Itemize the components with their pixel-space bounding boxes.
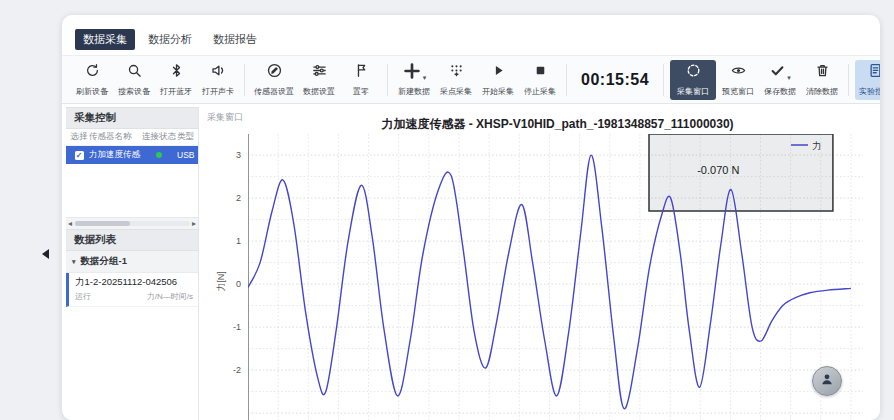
- collect-control-panel: 采集控制 选择传感器名称连接状态类型 ✓力加速度传感器USB ◂ ▸: [66, 107, 198, 229]
- toolbar-button-label: 新建数据: [398, 86, 430, 97]
- sensor-row[interactable]: ✓力加速度传感器USB: [66, 146, 198, 164]
- toolbar-button-label: 停止采集: [524, 86, 556, 97]
- sensor-table-body: ✓力加速度传感器USB: [66, 146, 198, 164]
- toolbar-divider: [663, 64, 664, 96]
- data-settings-button[interactable]: 数据设置: [299, 60, 339, 100]
- eye-icon: [730, 62, 747, 83]
- y-tick-label: 0: [215, 279, 241, 289]
- data-item-name: 力1-2-20251112-042506: [75, 276, 193, 289]
- column-header: 选择: [69, 131, 89, 143]
- toolbar-button-label: 数据设置: [303, 86, 335, 97]
- floating-assistant-button[interactable]: [812, 366, 842, 396]
- measurement-value: -0.070 N: [697, 164, 739, 176]
- stop-button[interactable]: 停止采集: [520, 60, 560, 100]
- point-sample-button[interactable]: 采点采集: [436, 60, 476, 100]
- toolbar-button-label: 刷新设备: [76, 86, 108, 97]
- data-list-tree: ▾数据分组-1力1-2-20251112-042506运行力/N—时间/s: [66, 251, 198, 307]
- play-button[interactable]: 开始采集: [478, 60, 518, 100]
- column-header: 类型: [177, 131, 195, 143]
- tab-3[interactable]: 数据报告: [205, 29, 265, 50]
- toolbar-button-label: 打开蓝牙: [160, 86, 192, 97]
- search-button[interactable]: 搜索设备: [114, 60, 154, 100]
- main-tabs: 数据采集数据分析数据报告: [75, 29, 265, 49]
- scrollbar-thumb[interactable]: [75, 221, 130, 226]
- collapse-panel-arrow[interactable]: [42, 249, 49, 259]
- sensor-type: USB: [177, 150, 195, 160]
- tab-2[interactable]: 数据分析: [140, 29, 200, 50]
- data-list-item[interactable]: 力1-2-20251112-042506运行力/N—时间/s: [66, 273, 198, 307]
- zero-icon: [353, 62, 370, 83]
- capture-window-icon: [685, 62, 702, 83]
- toolbar-divider: [244, 64, 245, 96]
- y-tick-label: 1: [215, 236, 241, 246]
- toolbar-button-label: 开始采集: [482, 86, 514, 97]
- scroll-right-icon[interactable]: ▸: [192, 220, 196, 228]
- eye-button[interactable]: 预览窗口: [718, 60, 758, 100]
- data-list-panel: 数据列表 ▾数据分组-1力1-2-20251112-042506运行力/N—时间…: [66, 229, 198, 307]
- data-item-axes: 力/N—时间/s: [147, 291, 193, 302]
- sensor-checkbox[interactable]: ✓: [75, 151, 84, 160]
- capture-window-button[interactable]: 采集窗口: [670, 60, 716, 100]
- plot[interactable]: -0.070 N力: [248, 134, 863, 420]
- toolbar: 刷新设备搜索设备打开蓝牙打开声卡传感器设置数据设置置零▾新建数据采点采集开始采集…: [62, 55, 880, 104]
- chart-area: 采集窗口 力加速度传感器 - XHSP-V10HID_path_-1981348…: [199, 107, 880, 420]
- toolbar-divider: [566, 64, 567, 96]
- collect-control-title: 采集控制: [66, 107, 198, 129]
- refresh-button[interactable]: 刷新设备: [72, 60, 112, 100]
- trash-icon: [814, 62, 831, 83]
- column-header: 传感器名称: [89, 131, 141, 143]
- toolbar-button-label: 打开声卡: [202, 86, 234, 97]
- sensor-settings-button[interactable]: 传感器设置: [251, 60, 297, 100]
- connection-status-dot: [156, 152, 162, 158]
- y-tick-label: -1: [215, 322, 241, 332]
- sensor-table-empty-area: [66, 164, 198, 217]
- horizontal-scrollbar[interactable]: ◂ ▸: [66, 217, 198, 229]
- dropdown-caret-icon[interactable]: ▾: [787, 74, 791, 81]
- search-icon: [126, 62, 143, 83]
- bluetooth-button[interactable]: 打开蓝牙: [156, 60, 196, 100]
- screen: 数据采集数据分析数据报告 刷新设备搜索设备打开蓝牙打开声卡传感器设置数据设置置零…: [0, 0, 894, 420]
- user-icon: [819, 371, 835, 391]
- bluetooth-icon: [168, 62, 185, 83]
- chart-title: 力加速度传感器 - XHSP-V10HID_path_-1981348857_1…: [259, 116, 856, 133]
- waveform-chart[interactable]: -0.070 N力: [248, 134, 863, 420]
- refresh-icon: [84, 62, 101, 83]
- y-tick-label: 3: [215, 150, 241, 160]
- plus-button[interactable]: ▾新建数据: [394, 60, 434, 100]
- toolbar-button-label: 采点采集: [440, 86, 472, 97]
- toolbar-button-label: 传感器设置: [254, 86, 294, 97]
- scrollbar-track[interactable]: [74, 221, 190, 226]
- scroll-left-icon[interactable]: ◂: [68, 220, 72, 228]
- app-window: 数据采集数据分析数据报告 刷新设备搜索设备打开蓝牙打开声卡传感器设置数据设置置零…: [62, 15, 880, 420]
- sensor-name: 力加速度传感器: [89, 149, 141, 161]
- toolbar-divider: [387, 64, 388, 96]
- toolbar-button-label: 置零: [353, 86, 369, 97]
- guide-icon: [867, 62, 880, 83]
- toolbar-button-label: 保存数据: [764, 86, 796, 97]
- toolbar-button-label: 采集窗口: [677, 86, 709, 97]
- capture-window-label: 采集窗口: [207, 111, 243, 124]
- y-tick-label: 2: [215, 193, 241, 203]
- sensor-table-header: 选择传感器名称连接状态类型: [66, 129, 198, 146]
- tab-1[interactable]: 数据采集: [75, 29, 135, 50]
- speaker-icon: [210, 62, 227, 83]
- trash-button[interactable]: 清除数据: [802, 60, 842, 100]
- toolbar-button-label: 搜索设备: [118, 86, 150, 97]
- toolbar-button-label: 清除数据: [806, 86, 838, 97]
- speaker-button[interactable]: 打开声卡: [198, 60, 238, 100]
- stop-icon: [532, 62, 549, 83]
- data-group-label: 数据分组-1: [81, 255, 127, 268]
- data-list-title: 数据列表: [66, 229, 198, 251]
- plus-icon: [402, 61, 422, 85]
- dropdown-caret-icon[interactable]: ▾: [423, 74, 427, 81]
- check-button[interactable]: ▾保存数据: [760, 60, 800, 100]
- data-item-state: 运行: [75, 291, 91, 302]
- zero-button[interactable]: 置零: [341, 60, 381, 100]
- elapsed-timer: 00:15:54: [581, 71, 649, 89]
- sensor-settings-icon: [266, 62, 283, 83]
- data-group-row[interactable]: ▾数据分组-1: [66, 251, 198, 273]
- svg-text:力: 力: [812, 140, 822, 151]
- guide-button[interactable]: 实验指导: [855, 60, 880, 100]
- tree-expand-icon[interactable]: ▾: [72, 258, 76, 266]
- point-sample-icon: [448, 62, 465, 83]
